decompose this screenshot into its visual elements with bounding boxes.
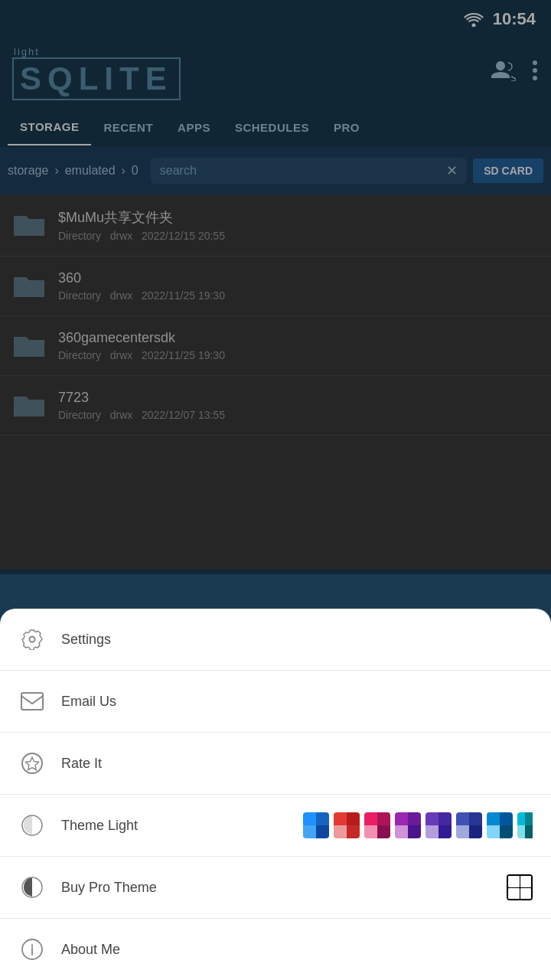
swatch-red[interactable] [334,812,360,838]
gear-icon [18,626,46,653]
swatch-indigo[interactable] [456,812,482,838]
swatch-light-blue[interactable] [487,812,513,838]
about-label: About Me [61,942,533,958]
theme-icon [18,812,46,839]
swatch-cyan[interactable] [517,812,533,838]
svg-rect-4 [21,693,43,710]
pro-swatch [507,874,533,900]
swatch-blue[interactable] [303,812,329,838]
theme-label: Theme Light [61,818,288,834]
star-icon [18,750,46,777]
menu-item-rate[interactable]: Rate It [0,733,551,795]
swatch-pink[interactable] [364,812,390,838]
menu-item-about[interactable]: About Me [0,919,551,980]
overlay[interactable] [0,0,551,574]
menu-item-settings[interactable]: Settings [0,609,551,671]
pro-theme-icon [18,874,46,901]
bottom-menu: Settings Email Us Rate It Theme [0,609,551,980]
pro-theme-label: Buy Pro Theme [61,880,491,896]
settings-label: Settings [61,632,533,648]
email-label: Email Us [61,694,533,710]
menu-item-pro-theme[interactable]: Buy Pro Theme [0,857,551,919]
rate-label: Rate It [61,756,533,772]
swatch-purple[interactable] [395,812,421,838]
menu-item-theme[interactable]: Theme Light [0,795,551,857]
email-icon [18,688,46,715]
swatch-deep-purple[interactable] [425,812,452,838]
info-icon [18,936,46,963]
theme-swatches [303,812,533,838]
menu-item-email[interactable]: Email Us [0,671,551,733]
